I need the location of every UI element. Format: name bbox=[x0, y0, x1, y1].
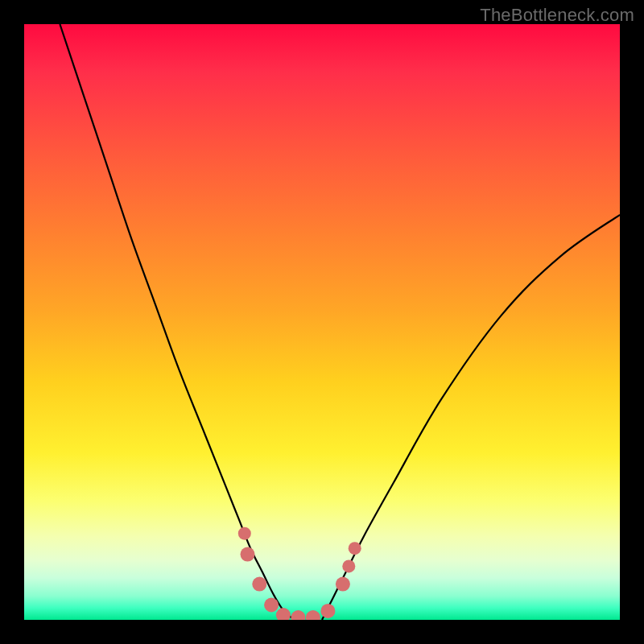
marker-dot bbox=[264, 598, 279, 613]
chart-area bbox=[24, 24, 620, 620]
watermark-text: TheBottleneck.com bbox=[480, 5, 634, 26]
marker-dot bbox=[241, 547, 255, 562]
marker-dot bbox=[336, 577, 350, 592]
marker-dot bbox=[276, 608, 291, 620]
marker-dot bbox=[349, 542, 361, 555]
marker-dot bbox=[320, 604, 335, 618]
marker-dot bbox=[238, 527, 251, 540]
chart-svg bbox=[24, 24, 620, 620]
curve-markers bbox=[238, 527, 361, 620]
marker-dot bbox=[342, 559, 355, 572]
marker-dot bbox=[291, 610, 305, 620]
marker-dot bbox=[306, 610, 320, 620]
left-curve bbox=[60, 24, 298, 620]
marker-dot bbox=[252, 577, 266, 592]
right-curve bbox=[322, 215, 620, 620]
